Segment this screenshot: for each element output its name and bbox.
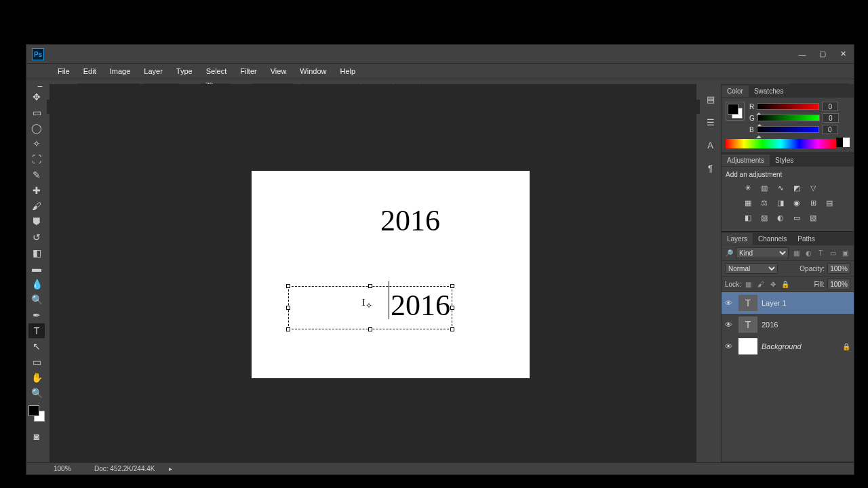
- menu-layer[interactable]: Layer: [137, 65, 170, 77]
- history-brush-tool[interactable]: ↺: [28, 230, 45, 245]
- menu-edit[interactable]: Edit: [77, 65, 103, 77]
- filter-pixel-icon[interactable]: ▦: [791, 248, 801, 258]
- maximize-button[interactable]: ▢: [813, 47, 832, 61]
- lock-all-icon[interactable]: 🔒: [781, 279, 790, 289]
- handle-mid-left[interactable]: [286, 306, 290, 310]
- invert-icon[interactable]: ◧: [742, 212, 754, 223]
- menu-window[interactable]: Window: [293, 65, 333, 77]
- red-value-input[interactable]: [822, 102, 838, 111]
- visibility-icon[interactable]: 👁: [725, 321, 734, 329]
- canvas[interactable]: 2016: [252, 171, 530, 378]
- color-lookup-icon[interactable]: ▤: [823, 197, 835, 208]
- lock-image-icon[interactable]: 🖌: [756, 279, 766, 289]
- text-bounding-box[interactable]: 2016 I✧: [288, 286, 452, 329]
- zoom-input[interactable]: [54, 465, 81, 472]
- blue-slider[interactable]: [757, 126, 819, 133]
- brush-tool[interactable]: 🖌: [28, 199, 45, 214]
- minimize-button[interactable]: —: [793, 47, 812, 61]
- bw-icon[interactable]: ◨: [774, 197, 787, 208]
- tab-channels[interactable]: Channels: [753, 233, 792, 245]
- photo-filter-icon[interactable]: ◉: [791, 197, 803, 208]
- spectrum-bar[interactable]: [726, 139, 836, 148]
- filter-shape-icon[interactable]: ▭: [828, 248, 837, 258]
- properties-panel-icon[interactable]: ☰: [704, 115, 717, 129]
- exposure-icon[interactable]: ◩: [791, 182, 803, 193]
- hue-icon[interactable]: ▦: [742, 197, 754, 208]
- path-selection-tool[interactable]: ↖: [28, 339, 45, 354]
- tab-color[interactable]: Color: [722, 85, 749, 97]
- opacity-input[interactable]: [827, 263, 850, 274]
- quick-mask-tool[interactable]: ◙: [28, 429, 45, 444]
- zoom-tool[interactable]: 🔍: [28, 386, 45, 401]
- blur-tool[interactable]: 💧: [28, 277, 45, 291]
- healing-brush-tool[interactable]: ✚: [28, 183, 45, 198]
- color-swatch-large[interactable]: [726, 102, 745, 121]
- channel-mixer-icon[interactable]: ⊞: [807, 197, 819, 208]
- layer-name[interactable]: Layer 1: [762, 299, 787, 307]
- handle-top-left[interactable]: [286, 284, 290, 288]
- red-slider[interactable]: [757, 103, 819, 110]
- brightness-icon[interactable]: ☀: [742, 182, 754, 193]
- menu-help[interactable]: Help: [333, 65, 362, 77]
- lock-transparent-icon[interactable]: ▦: [744, 279, 753, 289]
- dodge-tool[interactable]: 🔍: [28, 292, 45, 307]
- filter-smart-icon[interactable]: ▣: [840, 248, 850, 258]
- magic-wand-tool[interactable]: ✧: [28, 136, 45, 151]
- type-tool[interactable]: T: [28, 323, 45, 338]
- rectangle-tool[interactable]: ▭: [28, 354, 45, 369]
- tab-paths[interactable]: Paths: [792, 233, 821, 245]
- blue-value-input[interactable]: [822, 125, 838, 134]
- spectrum-bw[interactable]: [836, 138, 850, 147]
- layer-row[interactable]: 👁 Background 🔒: [722, 336, 854, 357]
- menu-image[interactable]: Image: [103, 65, 138, 77]
- filter-type-icon[interactable]: T: [816, 248, 825, 258]
- selective-color-icon[interactable]: ▧: [807, 212, 819, 223]
- crop-tool[interactable]: ⛶: [28, 152, 45, 167]
- color-swatches[interactable]: [28, 405, 45, 422]
- color-balance-icon[interactable]: ⚖: [758, 197, 770, 208]
- layer-name[interactable]: 2016: [762, 321, 778, 329]
- arrow-icon[interactable]: ▸: [169, 465, 172, 472]
- canvas-text-2[interactable]: 2016: [391, 288, 450, 323]
- curves-icon[interactable]: ∿: [774, 182, 787, 193]
- vibrance-icon[interactable]: ▽: [807, 182, 819, 193]
- layer-row[interactable]: 👁 T Layer 1: [722, 292, 854, 314]
- paragraph-panel-icon[interactable]: ¶: [704, 161, 717, 175]
- menu-file[interactable]: File: [51, 65, 77, 77]
- layer-name[interactable]: Background: [762, 342, 802, 350]
- eyedropper-tool[interactable]: ✎: [28, 167, 45, 182]
- close-button[interactable]: ✕: [833, 47, 852, 61]
- filter-adjust-icon[interactable]: ◐: [804, 248, 813, 258]
- handle-top-right[interactable]: [450, 284, 454, 288]
- visibility-icon[interactable]: 👁: [725, 342, 734, 350]
- filter-kind-dropdown[interactable]: Kind: [736, 247, 789, 258]
- gradient-tool[interactable]: ▬: [28, 261, 45, 276]
- clone-stamp-tool[interactable]: ⛊: [28, 214, 45, 229]
- eraser-tool[interactable]: ◧: [28, 245, 45, 260]
- tab-swatches[interactable]: Swatches: [749, 85, 789, 97]
- posterize-icon[interactable]: ▨: [758, 212, 770, 223]
- tab-styles[interactable]: Styles: [770, 155, 799, 166]
- menu-select[interactable]: Select: [199, 65, 234, 77]
- fill-input[interactable]: [827, 279, 850, 289]
- visibility-icon[interactable]: 👁: [725, 299, 734, 307]
- handle-bot-mid[interactable]: [368, 327, 372, 331]
- green-value-input[interactable]: [823, 113, 839, 123]
- levels-icon[interactable]: ▥: [758, 182, 770, 193]
- gradient-map-icon[interactable]: ▭: [791, 212, 803, 223]
- menu-type[interactable]: Type: [170, 65, 199, 77]
- handle-bot-left[interactable]: [286, 327, 290, 331]
- menu-filter[interactable]: Filter: [233, 65, 263, 77]
- foreground-color[interactable]: [28, 405, 39, 416]
- blend-mode-dropdown[interactable]: Normal: [725, 263, 778, 274]
- green-slider[interactable]: [757, 115, 820, 121]
- handle-mid-right[interactable]: [450, 306, 454, 310]
- history-panel-icon[interactable]: ▤: [704, 92, 717, 106]
- layer-row[interactable]: 👁 T 2016: [722, 314, 854, 336]
- move-tool[interactable]: ✥: [28, 89, 45, 104]
- lasso-tool[interactable]: ◯: [28, 121, 45, 136]
- character-panel-icon[interactable]: A: [704, 138, 717, 152]
- menu-view[interactable]: View: [264, 65, 294, 77]
- marquee-tool[interactable]: ▭: [28, 105, 45, 120]
- handle-bot-right[interactable]: [450, 327, 454, 331]
